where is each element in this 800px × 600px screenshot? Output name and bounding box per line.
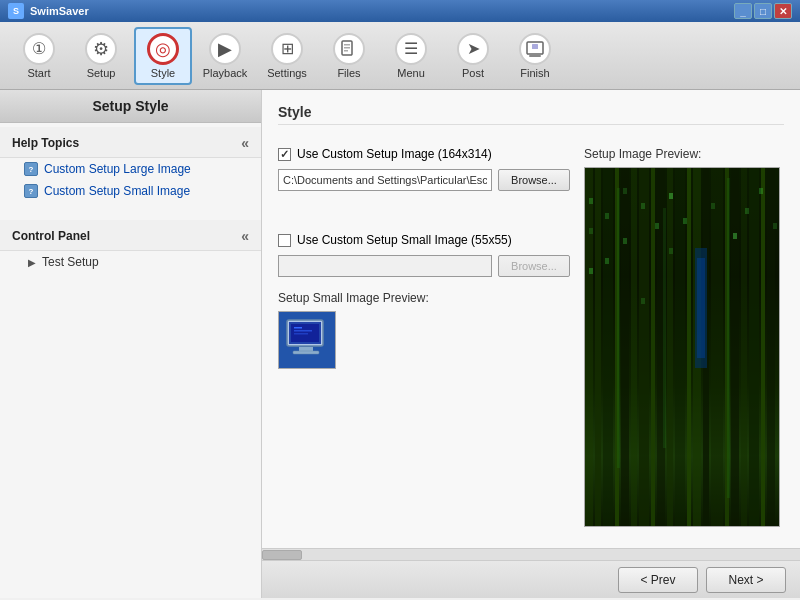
- toolbar-settings[interactable]: ⊞ Settings: [258, 27, 316, 85]
- computer-icon: [281, 314, 333, 366]
- svg-rect-27: [687, 168, 691, 527]
- svg-rect-25: [667, 168, 673, 527]
- style-icon: ◎: [147, 33, 179, 65]
- small-image-section: Use Custom Setup Small Image (55x55) Bro…: [278, 233, 570, 369]
- svg-rect-20: [621, 168, 629, 527]
- style-right-panel: Setup Image Preview:: [584, 147, 784, 534]
- start-icon: ①: [23, 33, 55, 65]
- menu-icon: ☰: [395, 33, 427, 65]
- svg-rect-33: [741, 168, 747, 527]
- toolbar-style[interactable]: ◎ Style: [134, 27, 192, 85]
- bottom-bar: < Prev Next >: [262, 560, 800, 598]
- sidebar-link-large-label: Custom Setup Large Image: [44, 162, 191, 176]
- title-bar: S SwimSaver _ □ ✕: [0, 0, 800, 22]
- svg-rect-53: [669, 248, 673, 254]
- toolbar-post[interactable]: ➤ Post: [444, 27, 502, 85]
- toolbar-start-label: Start: [27, 67, 50, 79]
- svg-rect-46: [605, 258, 609, 264]
- sidebar-item-test-setup[interactable]: ▶ Test Setup: [0, 251, 261, 273]
- svg-rect-13: [294, 330, 312, 332]
- svg-rect-42: [589, 198, 593, 204]
- horizontal-scrollbar[interactable]: [262, 548, 800, 560]
- main-layout: Setup Style Help Topics « ? Custom Setup…: [0, 90, 800, 598]
- toolbar-setup-label: Setup: [87, 67, 116, 79]
- svg-rect-36: [767, 168, 775, 527]
- style-panels: Use Custom Setup Image (164x314) Browse.…: [278, 147, 784, 534]
- toolbar-playback[interactable]: ▶ Playback: [196, 27, 254, 85]
- small-image-browse-button[interactable]: Browse...: [498, 255, 570, 277]
- test-setup-arrow-icon: ▶: [28, 257, 36, 268]
- svg-rect-51: [655, 223, 659, 229]
- sidebar-item-large-image[interactable]: ? Custom Setup Large Image: [0, 158, 261, 180]
- help-topics-collapse-icon[interactable]: «: [241, 135, 249, 151]
- matrix-preview-svg: [585, 168, 780, 527]
- svg-rect-18: [603, 168, 613, 527]
- svg-rect-30: [711, 168, 723, 527]
- svg-rect-48: [623, 238, 627, 244]
- toolbar-finish[interactable]: Finish: [506, 27, 564, 85]
- large-image-section: Use Custom Setup Image (164x314) Browse.…: [278, 147, 570, 191]
- svg-rect-41: [727, 178, 730, 498]
- svg-rect-45: [605, 213, 609, 219]
- svg-rect-35: [761, 168, 765, 527]
- svg-rect-40: [663, 208, 666, 448]
- playback-icon: ▶: [209, 33, 241, 65]
- help-link-icon-2: ?: [24, 184, 38, 198]
- svg-rect-54: [683, 218, 687, 224]
- large-image-checkbox-label: Use Custom Setup Image (164x314): [297, 147, 492, 161]
- svg-rect-10: [293, 351, 319, 354]
- app-icon: S: [8, 3, 24, 19]
- content-area: Style Use Custom Setup Image (164x314) B…: [262, 90, 800, 598]
- minimize-button[interactable]: _: [734, 3, 752, 19]
- toolbar-setup[interactable]: ⚙ Setup: [72, 27, 130, 85]
- large-image-file-input[interactable]: [278, 169, 492, 191]
- toolbar-menu-label: Menu: [397, 67, 425, 79]
- maximize-button[interactable]: □: [754, 3, 772, 19]
- control-panel-section-header: Control Panel «: [0, 220, 261, 251]
- svg-rect-43: [589, 228, 593, 234]
- toolbar-playback-label: Playback: [203, 67, 248, 79]
- toolbar-finish-label: Finish: [520, 67, 549, 79]
- settings-icon: ⊞: [271, 33, 303, 65]
- small-image-file-row: Browse...: [278, 255, 570, 277]
- content-inner: Style Use Custom Setup Image (164x314) B…: [262, 90, 800, 548]
- toolbar-post-label: Post: [462, 67, 484, 79]
- svg-rect-52: [669, 193, 673, 199]
- scroll-thumb[interactable]: [262, 550, 302, 560]
- svg-rect-21: [631, 168, 637, 527]
- post-icon: ➤: [457, 33, 489, 65]
- sidebar-item-small-image[interactable]: ? Custom Setup Small Image: [0, 180, 261, 202]
- small-image-file-input[interactable]: [278, 255, 492, 277]
- large-preview-label: Setup Image Preview:: [584, 147, 784, 161]
- svg-rect-14: [294, 333, 308, 335]
- large-image-checkbox-row: Use Custom Setup Image (164x314): [278, 147, 570, 161]
- toolbar-start[interactable]: ① Start: [10, 27, 68, 85]
- svg-rect-59: [773, 223, 777, 229]
- large-image-checkbox[interactable]: [278, 148, 291, 161]
- toolbar-files-label: Files: [337, 67, 360, 79]
- svg-rect-57: [745, 208, 749, 214]
- control-panel-collapse-icon[interactable]: «: [241, 228, 249, 244]
- prev-button[interactable]: < Prev: [618, 567, 698, 593]
- large-image-browse-button[interactable]: Browse...: [498, 169, 570, 191]
- small-image-checkbox[interactable]: [278, 234, 291, 247]
- svg-rect-44: [589, 268, 593, 274]
- toolbar: ① Start ⚙ Setup ◎ Style ▶ Playback ⊞ Set…: [0, 22, 800, 90]
- svg-rect-22: [639, 168, 649, 527]
- close-button[interactable]: ✕: [774, 3, 792, 19]
- svg-rect-3: [344, 50, 348, 52]
- next-button[interactable]: Next >: [706, 567, 786, 593]
- toolbar-settings-label: Settings: [267, 67, 307, 79]
- content-title: Style: [278, 104, 784, 125]
- toolbar-menu[interactable]: ☰ Menu: [382, 27, 440, 85]
- window-controls: _ □ ✕: [734, 3, 792, 19]
- toolbar-files[interactable]: Files: [320, 27, 378, 85]
- sidebar-title: Setup Style: [0, 90, 261, 123]
- toolbar-style-label: Style: [151, 67, 175, 79]
- sidebar: Setup Style Help Topics « ? Custom Setup…: [0, 90, 262, 598]
- title-bar-text: SwimSaver: [30, 5, 89, 17]
- svg-rect-32: [731, 168, 739, 527]
- svg-rect-49: [641, 203, 645, 209]
- svg-rect-38: [697, 258, 705, 358]
- svg-rect-47: [623, 188, 627, 194]
